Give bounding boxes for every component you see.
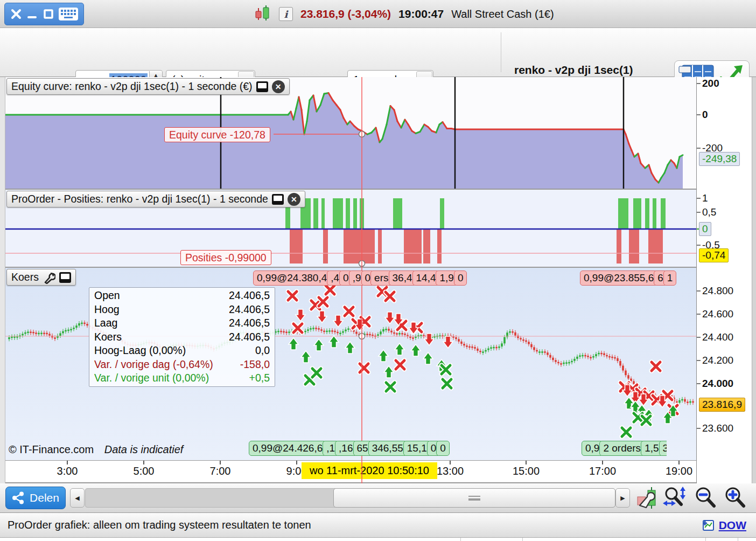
scrollbar-grip[interactable] <box>468 496 480 501</box>
scroll-left-icon[interactable]: ◀ <box>70 488 85 508</box>
equity-value-tag: Equity curve -120,78 <box>164 127 270 142</box>
scrollbar-thumb[interactable] <box>333 488 615 508</box>
detach-window-icon[interactable] <box>59 272 71 283</box>
zoom-fit-button[interactable] <box>662 486 686 510</box>
order-label-fragment: 0 <box>454 270 467 286</box>
status-message: ProOrder grafiek: alleen om trading syst… <box>8 519 701 531</box>
info-row: Hoog-Laag (0,00%)0,0 <box>89 344 275 358</box>
order-label-fragment: 0 <box>436 441 450 456</box>
order-label: 0,99@24.426,6 <box>249 441 326 456</box>
price-axis-23600: 23.600 <box>702 421 733 435</box>
minimize-icon[interactable] <box>25 7 39 21</box>
positions-crosshair-value: -0,74 <box>699 248 729 262</box>
wrench-icon[interactable] <box>43 271 55 284</box>
price-panel[interactable]: Koers Open24.406,5Hoog24.406,5Laag24.406… <box>5 268 696 461</box>
equity-area <box>5 93 683 190</box>
price-current-value: 23.816,9 <box>699 398 745 412</box>
share-button-label: Delen <box>30 491 59 504</box>
info-row: Laag24.406,5 <box>89 316 275 330</box>
value-axis-column[interactable]: 200 0 -200 -249,38 1 0,5 0 -0,5 -0,74 24… <box>696 77 752 483</box>
equity-panel-title: Equity curve: renko - v2p dji 1sec(1) - … <box>11 80 253 93</box>
clock: 19:00:47 <box>398 8 444 20</box>
equity-current-value: -249,38 <box>699 152 740 166</box>
detach-window-icon[interactable] <box>272 194 284 205</box>
chart-settings-button[interactable] <box>635 486 659 510</box>
price-axis-24600: 24.600 <box>702 307 733 321</box>
buy-orders-labels-left: 0,99@24.426,6,1,1665346,5515,100 <box>249 441 549 456</box>
maximize-icon[interactable] <box>41 7 55 21</box>
wrench-candle-icon <box>635 486 659 510</box>
left-gutter <box>0 77 5 483</box>
info-row: Hoog24.406,5 <box>89 303 275 317</box>
price-panel-header[interactable]: Koers <box>6 269 76 286</box>
order-label: 0,99@23.855,6 <box>580 270 657 286</box>
zoom-out-icon <box>694 486 717 510</box>
scroll-right-icon[interactable]: ▶ <box>615 488 630 508</box>
close-window-icon[interactable] <box>9 7 23 21</box>
last-price: 23.816,9 (-3,04%) <box>300 8 391 20</box>
buy-orders-labels-right: 0,92 orders1,535 <box>582 441 667 456</box>
time-tick: 7:00 <box>198 465 243 477</box>
background-window-strip <box>0 538 756 541</box>
detach-window-icon[interactable] <box>256 81 268 92</box>
info-row: Var. / vorige dag (-0,64%)-158,0 <box>89 358 275 372</box>
equity-axis-0: 0 <box>702 108 708 122</box>
positions-panel-title: ProOrder - Posities: renko - v2p dji 1se… <box>11 193 268 205</box>
status-bar: ProOrder grafiek: alleen om trading syst… <box>0 513 756 538</box>
horizontal-scrollbar[interactable] <box>85 488 615 508</box>
order-label-fragment: 36,4 <box>389 270 416 286</box>
dow-link[interactable]: DOW <box>719 519 746 532</box>
positions-panel-header[interactable]: ProOrder - Posities: renko - v2p dji 1se… <box>6 191 305 207</box>
share-icon <box>12 491 25 504</box>
price-axis-24800: 24.800 <box>702 284 733 298</box>
long-position-bars <box>285 198 666 229</box>
time-tick: 15:00 <box>503 465 549 477</box>
positions-axis-05: 0,5 <box>702 205 716 219</box>
time-axis[interactable]: 3:00 5:00 7:00 9:00 13:00 15:00 17:00 19… <box>5 461 696 483</box>
close-panel-icon[interactable]: ✕ <box>272 80 285 93</box>
time-tick: 19:00 <box>656 465 702 477</box>
bottom-toolbar: Delen ◀ ▶ <box>0 483 756 513</box>
positions-axis-0: 0 <box>699 222 711 236</box>
time-tick: 17:00 <box>580 465 625 477</box>
zoom-in-icon <box>723 486 747 510</box>
info-row: Var. / vorige unit (0,00%)+0,5 <box>89 371 275 385</box>
price-axis-24000: 24.000 <box>702 377 733 391</box>
share-button[interactable]: Delen <box>5 487 66 509</box>
price-axis-24200: 24.200 <box>702 353 733 367</box>
window-controls[interactable] <box>4 3 84 25</box>
crosshair-date-label: wo 11-mrt-2020 10:50:10 <box>302 462 437 479</box>
equity-panel-header[interactable]: Equity curve: renko - v2p dji 1sec(1) - … <box>6 78 290 95</box>
title-bar: i 23.816,9 (-3,04%) 19:00:47 Wall Street… <box>0 0 756 28</box>
equity-axis-200: 200 <box>702 77 719 91</box>
info-icon[interactable]: i <box>279 7 293 21</box>
price-info-box: Open24.406,5Hoog24.406,5Laag24.406,5Koer… <box>89 287 275 387</box>
keyboard-icon[interactable] <box>58 7 79 21</box>
info-row: Koers24.406,5 <box>89 330 275 344</box>
short-position-bars <box>290 230 663 263</box>
order-label-fragment: 3 <box>659 441 667 456</box>
time-tick: 5:00 <box>121 465 166 477</box>
positions-panel[interactable]: ProOrder - Posities: renko - v2p dji 1se… <box>5 190 696 268</box>
time-tick: 3:00 <box>45 465 90 477</box>
order-label-fragment: 1 <box>663 270 677 286</box>
instrument-name: Wall Street Cash (1€) <box>451 8 554 20</box>
candlestick-icon <box>253 4 271 24</box>
copyright-text: © IT-Finance.com <box>9 443 94 455</box>
zoom-in-button[interactable] <box>723 486 747 510</box>
order-label-fragment: 2 orders <box>599 441 645 456</box>
add-chart-icon[interactable] <box>701 519 715 532</box>
price-panel-title: Koers <box>11 271 39 283</box>
sell-orders-labels-right: 0,99@23.855,661 <box>580 270 696 286</box>
toolbar-divider <box>501 32 501 72</box>
price-axis-24400: 24.400 <box>702 330 733 344</box>
strategy-name: renko - v2p dji 1sec(1) <box>514 64 670 77</box>
trade-markers <box>288 286 678 436</box>
positions-value-tag: Posities -0,99000 <box>180 250 271 265</box>
sell-orders-labels-left: 0,99@24.380,4,40,90ers36,414,41,90 <box>253 270 494 286</box>
positions-axis-1: 1 <box>702 191 708 205</box>
zoom-out-button[interactable] <box>694 486 717 510</box>
close-panel-icon[interactable]: ✕ <box>288 193 300 206</box>
equity-curve-panel[interactable]: Equity curve: renko - v2p dji 1sec(1) - … <box>5 77 696 190</box>
disclaimer-text: Data is indicatief <box>104 443 184 455</box>
